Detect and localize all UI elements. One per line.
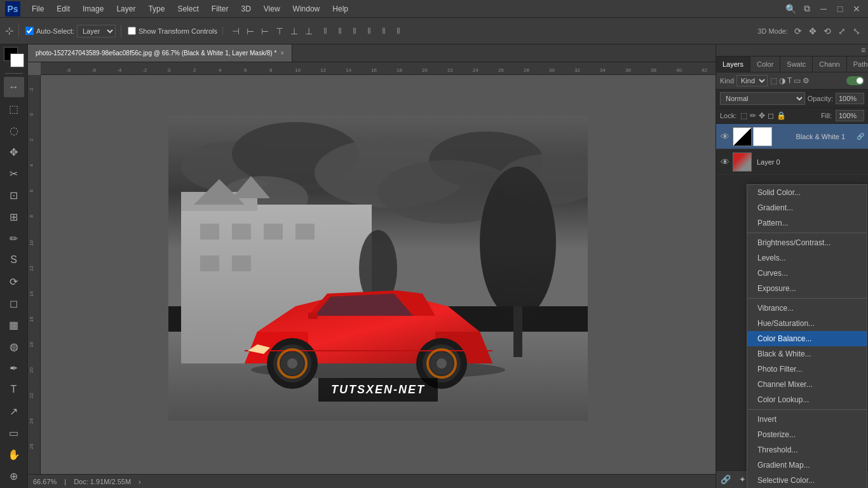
filter-shape-icon[interactable]: ▭ xyxy=(794,76,801,85)
menu-invert[interactable]: Invert xyxy=(747,412,867,427)
marquee-tool-btn[interactable]: ⬚ xyxy=(4,98,24,119)
link-layers-btn[interactable]: 🔗 xyxy=(719,473,733,487)
menu-hue-saturation[interactable]: Hue/Saturation... xyxy=(747,316,867,331)
transform-controls-checkbox[interactable] xyxy=(128,27,136,35)
layer-visibility-bw1[interactable]: 👁 xyxy=(720,132,730,142)
menu-layer[interactable]: Layer xyxy=(111,3,140,15)
dist-top-icon[interactable]: ⦀ xyxy=(363,25,376,37)
lock-image-icon[interactable]: ✏ xyxy=(750,111,756,120)
align-left-icon[interactable]: ⊣ xyxy=(229,25,242,37)
menu-file[interactable]: File xyxy=(27,3,49,15)
tab-close-btn[interactable]: × xyxy=(280,50,284,57)
3d-slide-icon[interactable]: ⤡ xyxy=(850,25,863,37)
brush-btn[interactable]: ✏ xyxy=(4,228,24,248)
menu-selective-color[interactable]: Selective Color... xyxy=(747,473,867,488)
lock-all-icon[interactable]: 🔒 xyxy=(776,111,786,120)
menu-filter[interactable]: Filter xyxy=(207,3,234,15)
hand-btn[interactable]: ✋ xyxy=(4,444,24,464)
maximize-icon[interactable]: □ xyxy=(834,3,846,15)
crop-tool-btn[interactable]: ✂ xyxy=(4,163,24,184)
layer-item-layer0[interactable]: 👁 Layer 0 xyxy=(716,149,868,175)
type-btn[interactable]: T xyxy=(4,379,24,400)
menu-threshold[interactable]: Threshold... xyxy=(747,442,867,458)
history-btn[interactable]: ⟳ xyxy=(4,271,24,292)
menu-channel-mixer[interactable]: Channel Mixer... xyxy=(747,377,867,392)
healing-btn[interactable]: ⊞ xyxy=(4,207,24,227)
align-right-icon[interactable]: ⊢ xyxy=(259,25,271,37)
align-bottom-icon[interactable]: ⊥ xyxy=(302,25,315,37)
expand-arrow[interactable]: › xyxy=(139,478,141,485)
layer-item-bw1[interactable]: 👁 Black & White 1 🔗 xyxy=(716,124,868,149)
menu-pattern[interactable]: Pattern... xyxy=(747,215,867,231)
menu-solid-color[interactable]: Solid Color... xyxy=(747,185,867,200)
arrange-icon[interactable]: ⧉ xyxy=(801,3,813,15)
filter-adjustment-icon[interactable]: ◑ xyxy=(779,76,785,85)
3d-roll-icon[interactable]: ⟲ xyxy=(821,25,834,37)
tab-layers[interactable]: Layers xyxy=(716,57,750,72)
3d-pan-icon[interactable]: ✥ xyxy=(806,25,819,37)
tab-color[interactable]: Color xyxy=(750,57,780,72)
menu-select[interactable]: Select xyxy=(172,3,203,15)
blend-mode-dropdown[interactable]: Normal Multiply Screen Overlay xyxy=(720,92,805,105)
align-center-v-icon[interactable]: ⊥ xyxy=(288,25,301,37)
filter-type-icon[interactable]: T xyxy=(787,76,792,85)
menu-color-balance[interactable]: Color Balance... xyxy=(747,331,867,346)
lock-artboard-icon[interactable]: ◻ xyxy=(768,111,774,120)
dist-center-v-icon[interactable]: ⦀ xyxy=(377,25,390,37)
active-tab[interactable]: photo-1527247043589-98e6ac08f56c.jpg @ 6… xyxy=(28,44,292,62)
align-top-icon[interactable]: ⊤ xyxy=(273,25,286,37)
search-icon[interactable]: 🔍 xyxy=(784,3,797,15)
menu-levels[interactable]: Levels... xyxy=(747,250,867,266)
menu-3d[interactable]: 3D xyxy=(236,3,255,15)
fg-bg-color[interactable] xyxy=(4,47,24,67)
menu-curves[interactable]: Curves... xyxy=(747,266,867,281)
menu-posterize[interactable]: Posterize... xyxy=(747,427,867,442)
menu-photo-filter[interactable]: Photo Filter... xyxy=(747,362,867,377)
path-selection-btn[interactable]: ↗ xyxy=(4,401,24,421)
eyedropper-btn[interactable]: ⊡ xyxy=(4,185,24,205)
shape-btn[interactable]: ▭ xyxy=(4,423,24,443)
filter-pixel-icon[interactable]: ⬚ xyxy=(770,76,777,85)
auto-select-dropdown[interactable]: Layer Group xyxy=(77,25,116,37)
close-icon[interactable]: ✕ xyxy=(850,3,863,15)
menu-gradient-map[interactable]: Gradient Map... xyxy=(747,458,867,473)
dist-bottom-icon[interactable]: ⦀ xyxy=(392,25,405,37)
auto-select-checkbox[interactable] xyxy=(25,27,34,35)
filter-smart-icon[interactable]: ⚙ xyxy=(803,76,810,85)
dist-left-icon[interactable]: ⦀ xyxy=(319,25,332,37)
gradient-btn[interactable]: ▦ xyxy=(4,315,24,335)
menu-type[interactable]: Type xyxy=(143,3,170,15)
minimize-icon[interactable]: ─ xyxy=(817,3,830,15)
menu-view[interactable]: View xyxy=(259,3,285,15)
tab-swatches[interactable]: Swatc xyxy=(780,57,813,72)
fill-input[interactable] xyxy=(836,110,864,121)
menu-color-lookup[interactable]: Color Lookup... xyxy=(747,392,867,407)
quick-selection-btn[interactable]: ✥ xyxy=(4,142,24,162)
menu-image[interactable]: Image xyxy=(78,3,109,15)
dodge-btn[interactable]: ◍ xyxy=(4,336,24,356)
menu-window[interactable]: Window xyxy=(288,3,325,15)
dist-right-icon[interactable]: ⦀ xyxy=(348,25,361,37)
menu-exposure[interactable]: Exposure... xyxy=(747,281,867,296)
panel-collapse-btn[interactable]: ≡ xyxy=(861,46,865,55)
move-tool-btn[interactable]: ↔ xyxy=(4,77,24,97)
zoom-btn[interactable]: ⊕ xyxy=(4,466,24,486)
eraser-btn[interactable]: ◻ xyxy=(4,293,24,313)
align-center-h-icon[interactable]: ⊢ xyxy=(244,25,257,37)
menu-brightness-contrast[interactable]: Brightness/Contrast... xyxy=(747,235,867,250)
pen-btn[interactable]: ✒ xyxy=(4,358,24,378)
layer-visibility-layer0[interactable]: 👁 xyxy=(720,157,730,167)
menu-help[interactable]: Help xyxy=(327,3,353,15)
opacity-input[interactable] xyxy=(836,93,864,104)
lock-transparent-icon[interactable]: ⬚ xyxy=(740,111,747,120)
menu-black-white[interactable]: Black & White... xyxy=(747,346,867,362)
dist-center-h-icon[interactable]: ⦀ xyxy=(334,25,346,37)
stamp-btn[interactable]: S xyxy=(4,250,24,270)
lasso-tool-btn[interactable]: ◌ xyxy=(4,120,24,140)
lock-position-icon[interactable]: ✥ xyxy=(759,111,765,120)
menu-gradient[interactable]: Gradient... xyxy=(747,200,867,215)
filter-toggle[interactable] xyxy=(846,76,864,85)
3d-scale-icon[interactable]: ⤢ xyxy=(836,25,848,37)
3d-rotate-icon[interactable]: ⟳ xyxy=(792,25,804,37)
tab-paths[interactable]: Paths xyxy=(847,57,868,72)
